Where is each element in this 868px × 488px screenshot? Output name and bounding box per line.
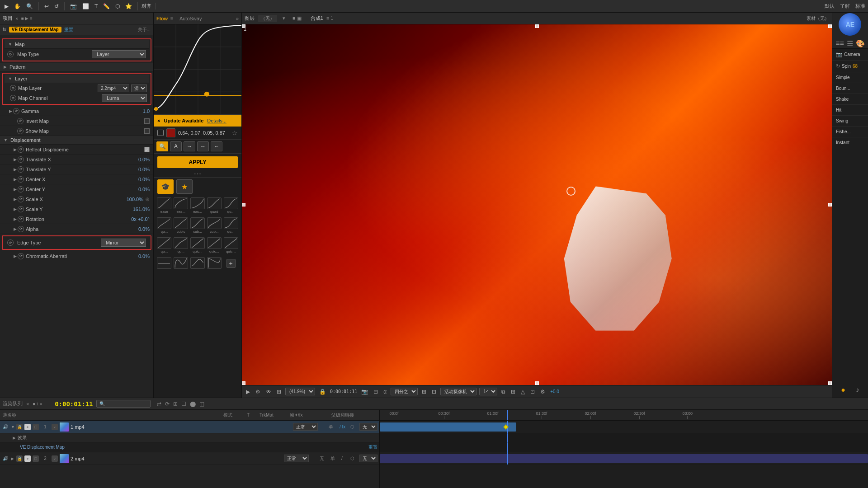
viewer-comp-btn[interactable]: ⊡	[430, 388, 438, 395]
ease-curve-11[interactable]	[157, 237, 171, 249]
timeline-search[interactable]	[96, 400, 151, 408]
arrow-both-btn[interactable]: ↔	[197, 141, 209, 151]
checkbox-icon[interactable]	[157, 130, 164, 136]
hand-tool[interactable]: ✋	[12, 2, 23, 10]
ease-curve-15[interactable]	[224, 237, 238, 249]
layer-2-row[interactable]: 🔊 ▶ 🔒 ● □ 2 ♪ 2.mp4 正常 无 单 / ⬡ 无	[0, 452, 379, 465]
bottom-circle-icon[interactable]: ●	[841, 386, 845, 394]
fr-simple-item[interactable]: Simple	[832, 72, 868, 83]
flow-tab[interactable]: Flow	[156, 16, 168, 21]
viewer-settings2-btn[interactable]: ⚙	[539, 388, 547, 395]
viewer-share-btn[interactable]: △	[519, 388, 526, 395]
layer-dropdown-icon[interactable]: ▾	[283, 15, 285, 21]
rotation-value[interactable]: 0x +0.0°	[131, 216, 150, 222]
map-channel-select[interactable]: Luma Red Green	[102, 94, 147, 102]
track-1-bar[interactable]	[380, 422, 516, 432]
shape-tool[interactable]: ⬜	[80, 2, 91, 10]
l1-fx-link[interactable]: / fx	[340, 424, 349, 429]
l1-expand-arrow[interactable]: ▼	[11, 425, 14, 429]
redo-btn[interactable]: ↺	[52, 2, 61, 10]
playhead[interactable]	[507, 410, 508, 420]
ease-curve-1[interactable]	[157, 197, 171, 209]
plus-btn[interactable]: +	[223, 257, 239, 269]
ease-curve-19[interactable]	[207, 257, 222, 269]
viewer-copy-btn[interactable]: ⊞	[509, 388, 517, 395]
chromatic-value[interactable]: 0.0%	[138, 253, 150, 259]
text-tool[interactable]: T	[93, 2, 99, 10]
l1-audio-btn[interactable]: 🔊	[2, 423, 9, 430]
handle-left-center[interactable]	[242, 203, 245, 206]
map-section-header[interactable]: Map	[5, 40, 149, 49]
about-btn[interactable]: 关于...	[138, 27, 151, 33]
tl-mark-btn[interactable]: ◫	[198, 400, 205, 408]
bottom-note-icon[interactable]: ♪	[856, 386, 859, 394]
l2-eye-icon[interactable]: ●	[24, 455, 31, 462]
tl-select-all-btn[interactable]: ⊞	[172, 400, 179, 408]
viewer-fullscreen-btn[interactable]: ⊞	[420, 388, 428, 395]
handle-bottom-left[interactable]	[242, 381, 245, 385]
fr-instant-item[interactable]: Instant	[832, 137, 868, 148]
zoom-tool[interactable]: 🔍	[24, 2, 35, 10]
project-tab[interactable]: 项目	[3, 15, 13, 22]
viewer-preview-btn[interactable]: 👁	[264, 388, 273, 395]
scale-y-value[interactable]: 161.0%	[133, 206, 150, 212]
l2-name[interactable]: 2.mp4	[71, 456, 282, 461]
far-right-grid-icon[interactable]: ≡≡	[835, 39, 844, 48]
ease-curve-18[interactable]	[190, 257, 205, 269]
ease-curve-14[interactable]	[207, 237, 222, 249]
l1-mode-select[interactable]: 正常	[293, 423, 318, 431]
ease-curve-8[interactable]	[190, 217, 205, 229]
edge-type-select[interactable]: Mirror Wrap Reflect	[101, 239, 146, 247]
arrow-right-btn[interactable]: →	[184, 141, 195, 151]
layer-source-select[interactable]: 源	[131, 84, 147, 92]
map-layer-select[interactable]: 2.2mp4	[98, 84, 129, 92]
color-preview[interactable]	[166, 128, 175, 137]
tl-mask-btn[interactable]: ⬤	[189, 400, 197, 408]
handle-right-center[interactable]	[828, 203, 832, 206]
curve-area[interactable]	[154, 24, 241, 115]
fr-fishe-item[interactable]: Fishe...	[832, 127, 868, 137]
fr-camera-item[interactable]: 📷 Camera	[832, 49, 868, 61]
displacement-header[interactable]: Displacement	[0, 136, 153, 145]
star-tool[interactable]: ⭐	[123, 2, 134, 10]
layer-header[interactable]: Layer	[5, 75, 149, 83]
tl-deselect-btn[interactable]: ☐	[180, 400, 187, 408]
ease-curve-2[interactable]	[174, 197, 188, 209]
ease-curve-4[interactable]	[207, 197, 222, 209]
l1-parent-select[interactable]: 无	[359, 423, 377, 431]
layer-count-select[interactable]: 1个	[479, 388, 497, 395]
ve-reset-label[interactable]: 重置	[368, 444, 377, 450]
viewer-lock-btn[interactable]: 🔒	[318, 388, 327, 395]
l2-audio-btn[interactable]: 🔊	[2, 455, 9, 462]
apply-btn[interactable]: APPLY	[157, 156, 238, 168]
invert-map-checkbox[interactable]	[144, 118, 150, 124]
far-right-list-icon[interactable]: ☰	[847, 39, 853, 48]
track-2-bar[interactable]	[380, 454, 868, 463]
viewer-compare-btn[interactable]: ⊡	[529, 388, 536, 395]
zoom-select[interactable]: (41.9%) (50%) (100%)	[285, 388, 315, 395]
l1-key-icon[interactable]: ⬡	[350, 424, 358, 429]
reflect-checkbox[interactable]: ✓	[144, 147, 150, 152]
undo-btn[interactable]: ↩	[42, 2, 51, 10]
l1-eye-icon[interactable]: ●	[24, 424, 31, 430]
handle-top-center[interactable]	[535, 24, 539, 28]
viewer-grid-btn[interactable]: ⊞	[275, 388, 283, 395]
pen-tool[interactable]: ✏️	[101, 2, 112, 10]
fr-spin-item[interactable]: ↻ Spin 68	[832, 61, 868, 72]
fr-swing-item[interactable]: Swing	[832, 116, 868, 127]
star-favorite[interactable]: ☆	[232, 129, 238, 136]
add-easing-btn[interactable]: +	[226, 259, 236, 268]
camera-tool[interactable]: 📷	[68, 2, 79, 10]
viewer-cam-btn[interactable]: 📷	[360, 388, 369, 395]
flow-expand-btn[interactable]: »	[236, 16, 239, 21]
viewer-3d-btn[interactable]: ⧉	[500, 388, 507, 395]
far-right-palette-icon[interactable]: 🎨	[856, 39, 865, 48]
translate-y-value[interactable]: 0.0%	[138, 167, 150, 172]
map-type-dropdown[interactable]: Layer Gradient	[92, 50, 146, 58]
l1-name[interactable]: 1.mp4	[71, 424, 291, 430]
show-map-checkbox[interactable]	[144, 128, 150, 134]
handle-bottom-center[interactable]	[535, 381, 539, 385]
viewer-settings-btn[interactable]: ⚙	[254, 388, 262, 395]
ease-curve-10[interactable]	[224, 217, 238, 229]
reset-btn[interactable]: 重置	[64, 27, 73, 33]
